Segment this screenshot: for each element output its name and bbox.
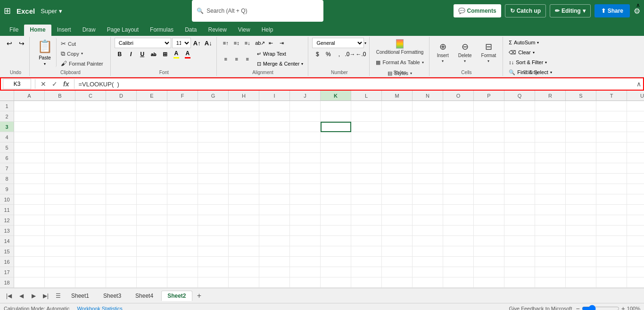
cell-M14[interactable] [382, 236, 413, 246]
cell-A8[interactable] [14, 174, 45, 184]
cell-O13[interactable] [443, 226, 474, 236]
cell-C17[interactable] [75, 267, 106, 277]
underline-button[interactable]: U [137, 49, 148, 59]
sheet-nav-last[interactable]: ▶| [41, 291, 51, 301]
corner-cell[interactable] [0, 91, 14, 101]
col-header-A[interactable]: A [14, 91, 45, 101]
cell-I10[interactable] [259, 194, 290, 205]
conditional-formatting-btn[interactable]: Conditional Formatting [374, 38, 426, 56]
cell-F3[interactable] [167, 122, 198, 132]
cell-U6[interactable] [627, 153, 644, 163]
cell-J11[interactable] [290, 205, 321, 215]
cell-L9[interactable] [351, 184, 382, 194]
cell-Q8[interactable] [504, 174, 535, 184]
cell-R11[interactable] [535, 205, 566, 215]
cell-reference-box[interactable] [3, 79, 31, 89]
insert-cell-btn[interactable]: ⊕ Insert ▾ [433, 38, 453, 67]
cell-L5[interactable] [351, 142, 382, 153]
font-size-select[interactable]: 11 [172, 38, 191, 48]
cell-I14[interactable] [259, 236, 290, 246]
cell-S16[interactable] [566, 257, 596, 267]
col-header-E[interactable]: E [137, 91, 167, 101]
cell-J18[interactable] [290, 277, 321, 288]
cell-Q13[interactable] [504, 226, 535, 236]
cell-I11[interactable] [259, 205, 290, 215]
cell-K9[interactable] [321, 184, 351, 194]
cell-Q9[interactable] [504, 184, 535, 194]
cell-U13[interactable] [627, 226, 644, 236]
borders-button[interactable]: ⊞ [160, 49, 170, 59]
cell-I6[interactable] [259, 153, 290, 163]
align-right-btn[interactable]: ≡ [242, 54, 253, 64]
cell-I17[interactable] [259, 267, 290, 277]
search-box[interactable]: 🔍 Search (Alt + Q) [192, 0, 323, 22]
cell-M7[interactable] [382, 163, 413, 174]
cell-U1[interactable] [627, 101, 644, 111]
cell-P17[interactable] [474, 267, 504, 277]
cell-T2[interactable] [596, 111, 627, 122]
cell-F5[interactable] [167, 142, 198, 153]
row-header-11[interactable]: 11 [0, 205, 14, 215]
cell-D11[interactable] [106, 205, 137, 215]
cell-F2[interactable] [167, 111, 198, 122]
cell-J2[interactable] [290, 111, 321, 122]
col-header-P[interactable]: P [474, 91, 504, 101]
cell-R6[interactable] [535, 153, 566, 163]
increase-font-btn[interactable]: A↑ [192, 38, 202, 48]
cell-O4[interactable] [443, 132, 474, 142]
percent-btn[interactable]: % [323, 49, 333, 59]
row-header-16[interactable]: 16 [0, 257, 14, 267]
apps-icon[interactable]: ⊞ [4, 6, 11, 16]
cell-K7[interactable] [321, 163, 351, 174]
cell-T1[interactable] [596, 101, 627, 111]
cell-A17[interactable] [14, 267, 45, 277]
cell-E10[interactable] [137, 194, 167, 205]
cell-H17[interactable] [229, 267, 259, 277]
row-header-14[interactable]: 14 [0, 236, 14, 246]
cell-M10[interactable] [382, 194, 413, 205]
tab-insert[interactable]: Insert [51, 25, 77, 36]
align-center-btn[interactable]: ≡ [231, 54, 242, 64]
cell-D12[interactable] [106, 215, 137, 226]
cell-H10[interactable] [229, 194, 259, 205]
cell-A14[interactable] [14, 236, 45, 246]
cell-G2[interactable] [198, 111, 229, 122]
cell-J16[interactable] [290, 257, 321, 267]
cell-K16[interactable] [321, 257, 351, 267]
function-icon[interactable]: fx [62, 79, 70, 89]
col-header-J[interactable]: J [290, 91, 321, 101]
row-header-18[interactable]: 18 [0, 277, 14, 288]
cell-E5[interactable] [137, 142, 167, 153]
cell-R12[interactable] [535, 215, 566, 226]
cell-E17[interactable] [137, 267, 167, 277]
cell-K14[interactable] [321, 236, 351, 246]
cell-T9[interactable] [596, 184, 627, 194]
cell-N6[interactable] [413, 153, 443, 163]
cell-T13[interactable] [596, 226, 627, 236]
feedback-label[interactable]: Give Feedback to Microsoft [509, 306, 572, 310]
sheet-nav-prev[interactable]: ◀ [16, 291, 26, 301]
cell-S12[interactable] [566, 215, 596, 226]
cell-H8[interactable] [229, 174, 259, 184]
cell-R18[interactable] [535, 277, 566, 288]
format-cell-btn[interactable]: ⊟ Format ▾ [478, 38, 500, 67]
cell-A18[interactable] [14, 277, 45, 288]
cell-B12[interactable] [45, 215, 75, 226]
cell-C6[interactable] [75, 153, 106, 163]
cell-U5[interactable] [627, 142, 644, 153]
cell-J10[interactable] [290, 194, 321, 205]
cell-M15[interactable] [382, 246, 413, 257]
row-header-1[interactable]: 1 [0, 101, 14, 111]
text-angle-btn[interactable]: ab↗ [255, 38, 265, 48]
cell-S5[interactable] [566, 142, 596, 153]
row-header-2[interactable]: 2 [0, 111, 14, 122]
cell-P15[interactable] [474, 246, 504, 257]
cell-F12[interactable] [167, 215, 198, 226]
cell-E6[interactable] [137, 153, 167, 163]
col-header-U[interactable]: U [627, 91, 644, 101]
cell-K5[interactable] [321, 142, 351, 153]
cell-H2[interactable] [229, 111, 259, 122]
cell-G13[interactable] [198, 226, 229, 236]
cell-H11[interactable] [229, 205, 259, 215]
cell-T7[interactable] [596, 163, 627, 174]
